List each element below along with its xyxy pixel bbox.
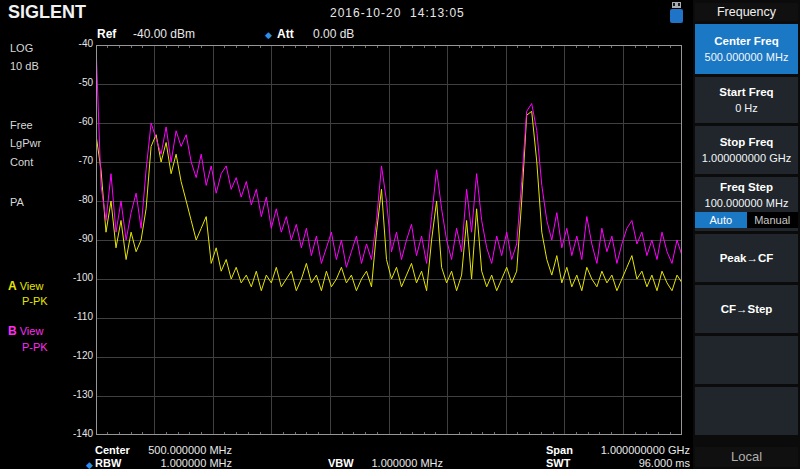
att-diamond-icon: ◆ — [265, 30, 272, 40]
scale-type-label: LOG — [10, 42, 33, 54]
usb-body — [670, 9, 683, 23]
y-tick-label: -90 — [40, 233, 93, 244]
trigger-mode-label: Free — [10, 119, 33, 131]
trace-a-id: A — [8, 279, 17, 293]
center-freq-value: 500.000000 MHz — [145, 444, 232, 456]
y-tick-label: -50 — [40, 77, 93, 88]
y-tick-label: -60 — [40, 116, 93, 127]
softkey-peak-to-cf[interactable]: Peak→CF — [695, 234, 798, 282]
softkey-freq-step[interactable]: Freq Step 100.000000 MHz Auto Manual — [695, 177, 798, 231]
y-tick-label: -130 — [40, 389, 93, 400]
preamp-label: PA — [10, 196, 24, 208]
softkey-label: Center Freq — [714, 35, 779, 47]
softkey-start-freq[interactable]: Start Freq 0 Hz — [695, 77, 798, 123]
softkey-stop-freq[interactable]: Stop Freq 1.000000000 GHz — [695, 126, 798, 174]
rbw-value: 1.000000 MHz — [145, 457, 232, 469]
trace-b-tag: B View — [8, 324, 43, 338]
rbw-diamond-icon: ◆ — [86, 460, 93, 469]
trace-b-mode: View — [20, 325, 44, 337]
toggle-auto[interactable]: Auto — [695, 212, 747, 228]
toggle-manual[interactable]: Manual — [747, 212, 799, 228]
attenuation-value: 0.00 dB — [313, 27, 354, 41]
trace-b-id: B — [8, 324, 17, 338]
freq-step-toggle: Auto Manual — [695, 212, 798, 228]
softkey-value: 100.000000 MHz — [705, 197, 789, 209]
spectrum-plot-area — [96, 45, 682, 435]
attenuation-label: Att — [277, 27, 294, 41]
softkey-label: Stop Freq — [720, 136, 774, 148]
y-tick-label: -80 — [40, 194, 93, 205]
softkey-label: Freq Step — [720, 181, 773, 193]
scale-per-div-label: 10 dB — [10, 60, 39, 72]
softkey-blank-2[interactable] — [695, 387, 798, 435]
menu-title: Frequency — [695, 3, 798, 21]
span-value: 1.000000000 GHz — [555, 444, 690, 456]
softkey-label: Start Freq — [719, 86, 773, 98]
trace-a-tag: A View — [8, 279, 43, 293]
datetime-display: 2016-10-20 14:13:05 — [330, 6, 465, 20]
ref-level-label: Ref — [97, 27, 116, 41]
y-tick-label: -110 — [40, 311, 93, 322]
softkey-label: Peak→CF — [720, 252, 774, 264]
ref-level-value: -40.00 dBm — [133, 27, 195, 41]
vbw-value: 1.000000 MHz — [338, 457, 443, 469]
softkey-center-freq[interactable]: Center Freq 500.000000 MHz — [695, 24, 798, 74]
rbw-label: RBW — [95, 457, 121, 469]
power-mode-label: LgPwr — [10, 137, 41, 149]
softkey-cf-to-step[interactable]: CF→Step — [695, 285, 798, 333]
y-tick-label: -120 — [40, 350, 93, 361]
spectrum-plot — [96, 45, 682, 435]
usb-icon — [670, 2, 683, 23]
amplitude-readout-row: Ref -40.00 dBm ◆ Att 0.00 dB — [85, 24, 693, 45]
softkey-blank-1[interactable] — [695, 336, 798, 384]
usb-connector — [672, 2, 681, 8]
sweep-readout-bar: Center 500.000000 MHz Span 1.000000000 G… — [85, 443, 695, 469]
softkey-menu: Frequency Center Freq 500.000000 MHz Sta… — [693, 0, 800, 469]
y-tick-label: -100 — [40, 272, 93, 283]
swt-value: 96.000 ms — [555, 457, 690, 469]
analyzer-screen: SIGLENT 2016-10-20 14:13:05 Ref -40.00 d… — [0, 0, 800, 469]
softkey-value: 0 Hz — [735, 102, 758, 114]
y-tick-label: -70 — [40, 155, 93, 166]
softkey-value: 500.000000 MHz — [705, 51, 789, 63]
local-button[interactable]: Local — [695, 447, 798, 467]
trace-a-detector: P-PK — [22, 295, 48, 307]
center-freq-label: Center — [95, 444, 130, 456]
y-tick-label: -140 — [40, 428, 93, 439]
softkey-value: 1.000000000 GHz — [702, 152, 791, 164]
sweep-mode-label: Cont — [10, 156, 33, 168]
y-tick-label: -40 — [40, 38, 93, 49]
brand-logo: SIGLENT — [8, 2, 86, 23]
softkey-label: CF→Step — [721, 303, 773, 315]
